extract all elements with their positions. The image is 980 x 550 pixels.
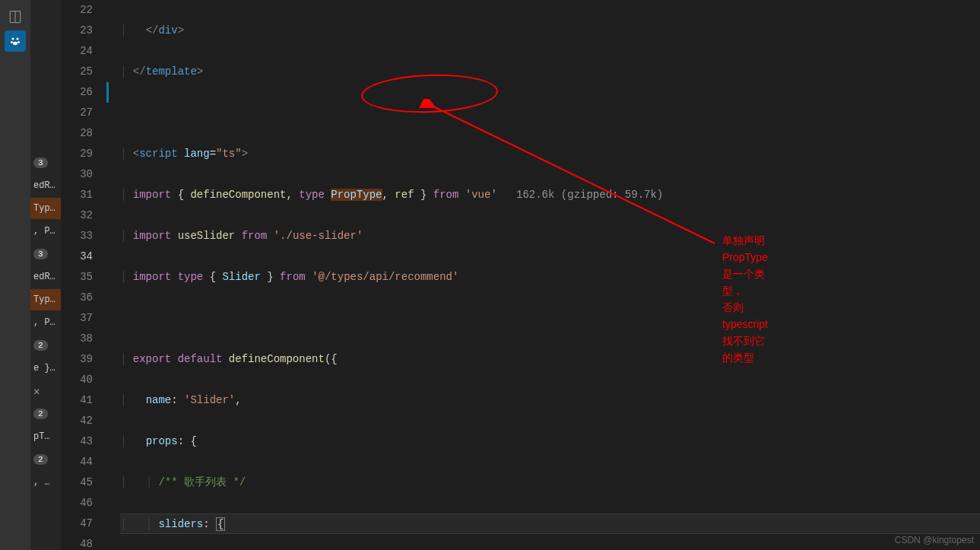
line-gutter: 2223242526272829303132333435363738394041… <box>61 0 106 550</box>
activity-bar <box>0 0 30 550</box>
tab-item[interactable]: edR… <box>30 175 61 196</box>
tab-item[interactable]: Typ… <box>30 198 61 219</box>
tab-badge[interactable]: 2 <box>30 403 61 424</box>
tab-item[interactable]: , P… <box>30 312 61 333</box>
tab-badge[interactable]: 2 <box>30 449 61 470</box>
svg-point-3 <box>17 38 19 40</box>
book-icon[interactable] <box>5 6 26 27</box>
svg-point-4 <box>11 41 13 43</box>
tab-item[interactable]: , P… <box>30 221 61 242</box>
code-editor[interactable]: 2223242526272829303132333435363738394041… <box>61 0 980 550</box>
tab-item[interactable]: , … <box>30 472 61 493</box>
tab-badge[interactable]: 2 <box>30 335 61 356</box>
tab-item[interactable]: e }… <box>30 358 61 379</box>
code-content[interactable]: │ </div> │ </template> │ <script lang="t… <box>120 0 980 550</box>
sidebar-open-editors: 3 edR… Typ… , P… 3 edR… Typ… , P… 2 e }…… <box>30 0 61 550</box>
tab-close[interactable]: ✕ <box>30 380 61 402</box>
svg-point-2 <box>12 38 14 40</box>
close-icon[interactable]: ✕ <box>33 385 40 398</box>
tab-item[interactable]: Typ… <box>30 289 61 310</box>
watermark: CSDN @kingtopest <box>895 535 974 545</box>
paw-icon[interactable] <box>5 30 26 52</box>
tab-badge[interactable]: 3 <box>30 152 61 173</box>
tab-item[interactable]: edR… <box>30 266 61 288</box>
svg-point-6 <box>13 42 17 46</box>
tab-badge[interactable]: 3 <box>30 243 61 265</box>
import-size-hint: 162.6k (gzipped: 59.7k) <box>497 189 663 201</box>
tab-item[interactable]: pT… <box>30 426 61 447</box>
svg-point-5 <box>17 41 20 43</box>
